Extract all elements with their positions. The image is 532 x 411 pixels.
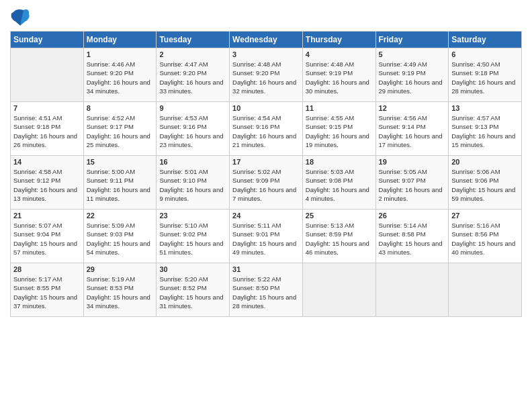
daylight: Daylight: 16 hours and 28 minutes. — [451, 79, 515, 95]
sunset: Sunset: 9:07 PM — [379, 177, 426, 184]
daylight: Daylight: 16 hours and 7 minutes. — [232, 186, 296, 202]
day-cell: 22Sunrise: 5:09 AMSunset: 9:03 PMDayligh… — [83, 210, 157, 263]
sunset: Sunset: 9:01 PM — [232, 230, 279, 238]
daylight: Daylight: 16 hours and 30 minutes. — [306, 79, 369, 95]
day-number: 3 — [232, 50, 300, 58]
daylight: Daylight: 16 hours and 11 minutes. — [87, 186, 150, 202]
day-cell: 13Sunrise: 4:57 AMSunset: 9:13 PMDayligh… — [449, 102, 522, 156]
day-info: Sunrise: 5:10 AMSunset: 9:02 PMDaylight:… — [159, 221, 226, 257]
day-cell: 2Sunrise: 4:47 AMSunset: 9:20 PMDaylight… — [157, 48, 230, 102]
daylight: Daylight: 15 hours and 28 minutes. — [232, 293, 296, 310]
day-number: 28 — [13, 265, 81, 273]
sunset: Sunset: 8:55 PM — [13, 284, 60, 291]
sunset: Sunset: 9:09 PM — [232, 177, 279, 184]
day-cell: 7Sunrise: 4:51 AMSunset: 9:18 PMDaylight… — [11, 102, 84, 156]
day-number: 8 — [87, 104, 154, 112]
day-info: Sunrise: 4:58 AMSunset: 9:12 PMDaylight:… — [13, 167, 81, 203]
day-number: 6 — [451, 50, 519, 58]
day-number: 18 — [306, 158, 373, 166]
sunrise: Sunrise: 5:22 AM — [232, 275, 281, 283]
day-info: Sunrise: 4:46 AMSunset: 9:20 PMDaylight:… — [87, 60, 154, 95]
header-cell-thursday: Thursday — [302, 32, 375, 48]
day-info: Sunrise: 4:57 AMSunset: 9:13 PMDaylight:… — [451, 113, 519, 149]
sunset: Sunset: 9:15 PM — [306, 123, 353, 130]
week-row-0: 1Sunrise: 4:46 AMSunset: 9:20 PMDaylight… — [11, 48, 522, 102]
day-number: 1 — [87, 50, 154, 58]
sunrise: Sunrise: 5:19 AM — [87, 275, 135, 283]
day-info: Sunrise: 5:17 AMSunset: 8:55 PMDaylight:… — [13, 275, 81, 310]
sunset: Sunset: 9:18 PM — [451, 69, 498, 77]
day-info: Sunrise: 5:11 AMSunset: 9:01 PMDaylight:… — [232, 221, 300, 257]
daylight: Daylight: 16 hours and 26 minutes. — [13, 132, 77, 148]
day-number: 16 — [159, 158, 226, 166]
sunrise: Sunrise: 4:51 AM — [13, 114, 62, 122]
day-info: Sunrise: 4:53 AMSunset: 9:16 PMDaylight:… — [159, 113, 226, 149]
daylight: Daylight: 16 hours and 33 minutes. — [159, 79, 223, 95]
sunset: Sunset: 9:20 PM — [159, 69, 206, 77]
day-number: 11 — [306, 104, 373, 112]
day-number: 14 — [13, 158, 81, 166]
day-info: Sunrise: 5:19 AMSunset: 8:53 PMDaylight:… — [87, 275, 154, 310]
sunset: Sunset: 8:52 PM — [159, 284, 206, 291]
day-number: 30 — [159, 265, 226, 273]
day-info: Sunrise: 5:07 AMSunset: 9:04 PMDaylight:… — [13, 221, 81, 257]
week-row-4: 28Sunrise: 5:17 AMSunset: 8:55 PMDayligh… — [11, 263, 522, 317]
day-number: 13 — [451, 104, 519, 112]
sunset: Sunset: 9:03 PM — [87, 230, 134, 238]
day-number: 9 — [159, 104, 226, 112]
week-row-2: 14Sunrise: 4:58 AMSunset: 9:12 PMDayligh… — [11, 156, 522, 210]
sunrise: Sunrise: 5:00 AM — [87, 168, 135, 175]
sunrise: Sunrise: 5:02 AM — [232, 168, 281, 175]
day-number: 24 — [232, 212, 300, 220]
day-info: Sunrise: 5:03 AMSunset: 9:08 PMDaylight:… — [306, 167, 373, 203]
day-cell: 25Sunrise: 5:13 AMSunset: 8:59 PMDayligh… — [302, 210, 375, 263]
day-cell: 15Sunrise: 5:00 AMSunset: 9:11 PMDayligh… — [83, 156, 157, 210]
page: SundayMondayTuesdayWednesdayThursdayFrid… — [0, 0, 532, 411]
sunrise: Sunrise: 4:55 AM — [306, 114, 354, 122]
day-info: Sunrise: 4:56 AMSunset: 9:14 PMDaylight:… — [379, 113, 446, 149]
sunset: Sunset: 8:56 PM — [451, 230, 498, 238]
sunrise: Sunrise: 5:14 AM — [379, 222, 427, 229]
day-number: 15 — [87, 158, 154, 166]
sunset: Sunset: 9:18 PM — [13, 123, 60, 130]
day-cell: 18Sunrise: 5:03 AMSunset: 9:08 PMDayligh… — [302, 156, 375, 210]
daylight: Daylight: 16 hours and 17 minutes. — [379, 132, 443, 148]
sunrise: Sunrise: 4:58 AM — [13, 168, 62, 175]
day-number: 21 — [13, 212, 81, 220]
day-number: 2 — [159, 50, 226, 58]
day-cell: 14Sunrise: 4:58 AMSunset: 9:12 PMDayligh… — [11, 156, 84, 210]
day-number: 7 — [13, 104, 81, 112]
day-cell: 30Sunrise: 5:20 AMSunset: 8:52 PMDayligh… — [157, 263, 230, 317]
sunrise: Sunrise: 5:11 AM — [232, 222, 281, 229]
sunrise: Sunrise: 5:10 AM — [159, 222, 208, 229]
logo — [10, 7, 33, 27]
sunset: Sunset: 9:08 PM — [306, 177, 353, 184]
header-cell-monday: Monday — [83, 32, 157, 48]
day-cell: 5Sunrise: 4:49 AMSunset: 9:19 PMDaylight… — [375, 48, 449, 102]
daylight: Daylight: 15 hours and 46 minutes. — [306, 240, 369, 256]
sunset: Sunset: 9:19 PM — [306, 69, 353, 77]
day-cell: 10Sunrise: 4:54 AMSunset: 9:16 PMDayligh… — [230, 102, 303, 156]
sunrise: Sunrise: 4:46 AM — [87, 60, 135, 68]
day-cell: 27Sunrise: 5:16 AMSunset: 8:56 PMDayligh… — [449, 210, 522, 263]
day-info: Sunrise: 5:01 AMSunset: 9:10 PMDaylight:… — [159, 167, 226, 203]
day-info: Sunrise: 4:48 AMSunset: 9:19 PMDaylight:… — [306, 60, 373, 95]
day-cell: 17Sunrise: 5:02 AMSunset: 9:09 PMDayligh… — [230, 156, 303, 210]
day-number: 22 — [87, 212, 154, 220]
sunrise: Sunrise: 5:09 AM — [87, 222, 135, 229]
sunrise: Sunrise: 4:56 AM — [379, 114, 427, 122]
sunset: Sunset: 8:59 PM — [306, 230, 353, 238]
sunset: Sunset: 9:17 PM — [87, 123, 134, 130]
header-row: SundayMondayTuesdayWednesdayThursdayFrid… — [11, 32, 522, 48]
sunrise: Sunrise: 4:50 AM — [451, 60, 500, 68]
day-number: 12 — [379, 104, 446, 112]
header-cell-saturday: Saturday — [449, 32, 522, 48]
sunrise: Sunrise: 4:57 AM — [451, 114, 500, 122]
day-cell: 29Sunrise: 5:19 AMSunset: 8:53 PMDayligh… — [83, 263, 157, 317]
day-cell — [302, 263, 375, 317]
sunrise: Sunrise: 5:13 AM — [306, 222, 354, 229]
header-cell-friday: Friday — [375, 32, 449, 48]
daylight: Daylight: 15 hours and 49 minutes. — [232, 240, 296, 256]
sunrise: Sunrise: 5:07 AM — [13, 222, 62, 229]
logo-icon — [10, 7, 30, 27]
